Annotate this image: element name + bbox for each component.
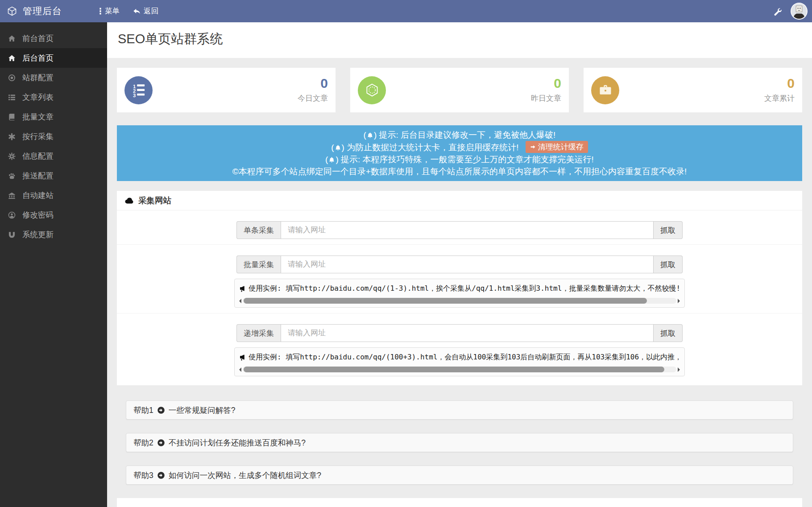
sidebar: 前台首页 后台首页 站群配置 文章列表 批量文章 按行采集 信息配置 推送配置 [0, 22, 107, 507]
collect-row-increment: 递增采集 抓取 使用实例: 填写http://baidu.com/qq/(100… [117, 313, 802, 385]
stat-value: 0 [531, 77, 561, 90]
arrow-right-icon [530, 144, 536, 150]
wrench-icon [773, 7, 782, 16]
input-label: 递增采集 [236, 324, 281, 342]
brand[interactable]: 管理后台 [0, 5, 107, 17]
briefcase-icon [591, 76, 619, 104]
help-item-1[interactable]: 帮助1 一些常规疑问解答? [126, 400, 793, 420]
sidebar-item-push-config[interactable]: 推送配置 [0, 166, 107, 185]
asterisk-icon [8, 132, 16, 140]
svg-text:3: 3 [133, 93, 135, 97]
sidebar-item-info-config[interactable]: 信息配置 [0, 146, 107, 166]
stat-value: 0 [298, 77, 328, 90]
content-body: 1 2 3 0 今日文章 [107, 58, 812, 507]
collect-panel: 采集网站 单条采集 抓取 批量采集 抓取 [117, 191, 802, 385]
paw-icon [8, 172, 16, 180]
increment-collect-group: 递增采集 抓取 [236, 324, 683, 342]
bullhorn-icon [239, 285, 246, 293]
settings-wrench-button[interactable] [773, 7, 782, 16]
top-nav: 菜单 返回 [99, 6, 158, 16]
horizontal-scrollbar[interactable] [239, 366, 680, 373]
globe-icon [8, 74, 16, 82]
scroll-right-arrow[interactable] [678, 299, 680, 303]
avatar[interactable] [791, 3, 808, 20]
help-item-2[interactable]: 帮助2 不挂访问计划任务还能推送百度和神马? [126, 433, 793, 452]
help-item-3[interactable]: 帮助3 如何访问一次网站，生成多个随机组词文章? [126, 466, 793, 485]
sidebar-item-batch-articles[interactable]: 批量文章 [0, 107, 107, 127]
collect-panel-header: 采集网站 [117, 191, 802, 210]
stats-row: 1 2 3 0 今日文章 [117, 68, 802, 112]
header-actions [773, 3, 812, 20]
back-button[interactable]: 返回 [133, 6, 158, 16]
grab-button[interactable]: 抓取 [654, 324, 683, 342]
sidebar-item-sites-config[interactable]: 站群配置 [0, 68, 107, 87]
collect-row-single: 单条采集 抓取 [117, 210, 802, 245]
cloud-icon [125, 197, 134, 204]
bell-icon [328, 157, 335, 163]
single-collect-group: 单条采集 抓取 [236, 221, 683, 239]
page-title: SEO单页站群系统 [118, 31, 801, 46]
horizontal-scrollbar[interactable] [239, 297, 680, 304]
top-header: 管理后台 菜单 返回 [0, 0, 812, 22]
collect-row-batch: 批量采集 抓取 使用实例: 填写http://baidu.com/qq/(1-3… [117, 245, 802, 313]
hexagon-icon [358, 76, 386, 104]
batch-collect-group: 批量采集 抓取 [236, 256, 683, 273]
bank-icon [8, 191, 16, 199]
scroll-right-arrow[interactable] [678, 367, 680, 372]
copyright-icon: © [232, 167, 239, 176]
cube-icon [7, 6, 17, 16]
ordered-list-icon: 1 2 3 [124, 76, 153, 104]
list-icon [8, 93, 16, 101]
increment-collect-help: 使用实例: 填写http://baidu.com/qq/(100+3).html… [234, 347, 685, 376]
reply-arrow-icon [133, 8, 141, 15]
grab-button[interactable]: 抓取 [654, 256, 683, 273]
bell-icon [367, 132, 373, 139]
stat-label: 今日文章 [298, 93, 328, 103]
sidebar-item-system-update[interactable]: 系统更新 [0, 225, 107, 244]
stat-card-today-articles: 1 2 3 0 今日文章 [117, 68, 336, 112]
app-title: 管理后台 [23, 5, 62, 17]
sidebar-menu: 前台首页 后台首页 站群配置 文章列表 批量文章 按行采集 信息配置 推送配置 [0, 22, 107, 244]
magnet-icon [8, 231, 16, 239]
arrow-circle-right-icon [157, 406, 165, 414]
clear-stats-cache-button[interactable]: 清理统计缓存 [526, 141, 588, 153]
home-icon [8, 54, 16, 62]
input-label: 单条采集 [236, 221, 281, 239]
notice-line: () 为防止数据过大统计太卡，直接启用缓存统计! 清理统计缓存 [121, 141, 798, 153]
sidebar-item-front-home[interactable]: 前台首页 [0, 29, 107, 48]
bell-icon [335, 144, 341, 151]
notice-line: ©本程序可多个站点绑定同一个目录+数据库使用，且每个站点所展示的单页内容都不一样… [121, 165, 798, 177]
stat-card-total-articles: 0 文章累计 [584, 68, 802, 112]
stat-card-yesterday-articles: 0 昨日文章 [350, 68, 569, 112]
stat-label: 昨日文章 [531, 93, 561, 103]
panel-bottom-strip [117, 498, 802, 507]
sidebar-item-change-password[interactable]: 修改密码 [0, 205, 107, 225]
content-header: SEO单页站群系统 [107, 22, 812, 58]
notice-line: () 提示: 本程序技巧特殊，一般需要至少上万的文章才能支撑完美运行! [121, 153, 798, 165]
content-wrapper: SEO单页站群系统 1 2 3 0 今日文章 [107, 0, 812, 507]
single-collect-url-input[interactable] [281, 221, 654, 239]
input-label: 批量采集 [236, 256, 281, 273]
menu-button[interactable]: 菜单 [99, 6, 120, 16]
sidebar-item-line-collect[interactable]: 按行采集 [0, 127, 107, 146]
user-circle-icon [8, 211, 16, 219]
notice-banner: () 提示: 后台目录建议修改一下，避免被他人爆破! () 为防止数据过大统计太… [117, 125, 802, 181]
book-icon [8, 113, 16, 121]
increment-collect-url-input[interactable] [281, 324, 654, 342]
scroll-left-arrow[interactable] [239, 299, 241, 303]
sidebar-item-auto-build[interactable]: 自动建站 [0, 185, 107, 205]
notice-line: () 提示: 后台目录建议修改一下，避免被他人爆破! [121, 129, 798, 141]
home-icon [8, 34, 16, 42]
scrollbar-thumb[interactable] [244, 367, 664, 372]
batch-collect-url-input[interactable] [281, 256, 654, 273]
sidebar-item-article-list[interactable]: 文章列表 [0, 87, 107, 107]
stat-value: 0 [764, 77, 795, 90]
scroll-left-arrow[interactable] [239, 367, 241, 372]
scrollbar-thumb[interactable] [244, 298, 647, 304]
batch-collect-help: 使用实例: 填写http://baidu.com/qq/(1-3).html，挨… [234, 279, 685, 308]
arrow-circle-right-icon [157, 471, 165, 479]
ellipsis-v-icon [99, 8, 102, 15]
bullhorn-icon [239, 354, 246, 361]
sidebar-item-admin-home[interactable]: 后台首页 [0, 48, 107, 68]
grab-button[interactable]: 抓取 [654, 221, 683, 239]
